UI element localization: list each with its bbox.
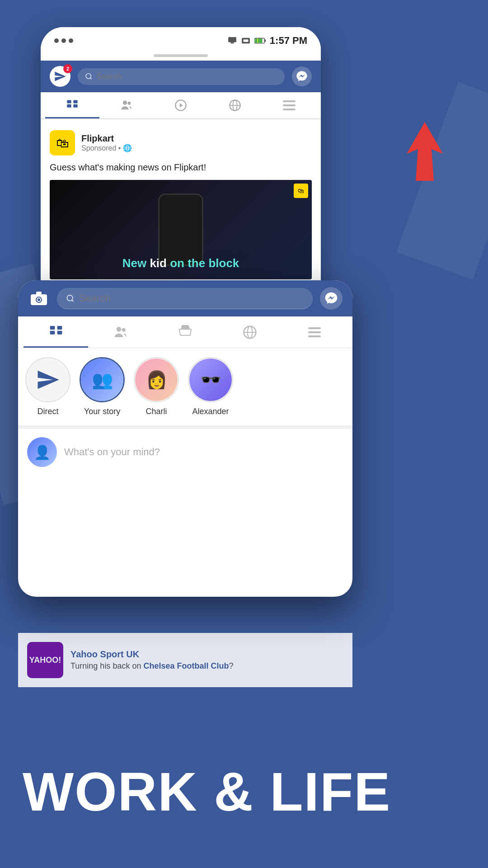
globe-icon-bg <box>229 99 241 112</box>
status-time: 1:57 PM <box>270 35 307 47</box>
nav-item-menu-bg[interactable] <box>262 92 316 118</box>
svg-rect-0 <box>228 37 236 42</box>
story-label-charli: Charli <box>145 407 167 416</box>
post-header: 🛍 Flipkart Sponsored • 🌐 <box>50 130 312 156</box>
messenger-svg-bg <box>296 70 308 83</box>
svg-marker-17 <box>180 103 183 107</box>
svg-point-33 <box>116 327 121 332</box>
nav-item-friends-fg[interactable] <box>88 316 153 348</box>
camera-svg <box>31 292 47 305</box>
camera-icon-fg[interactable] <box>28 288 50 309</box>
block-word: block <box>208 256 239 270</box>
yahoo-logo: YAHOO! <box>27 642 63 678</box>
globe-icon-fg <box>243 325 257 340</box>
nav-item-play-bg[interactable] <box>154 92 208 118</box>
yahoo-headline: Turning his back on Chelsea Football Clu… <box>70 661 233 671</box>
fb-header-bg: 2 <box>41 61 321 92</box>
status-box[interactable]: 👤 What's on your mind? <box>18 429 352 475</box>
play-icon-bg <box>174 99 187 112</box>
on-word: on the <box>170 256 208 270</box>
home-icon-fg <box>49 324 63 339</box>
status-dot-3 <box>69 38 73 43</box>
messenger-icon-fg[interactable] <box>320 287 343 310</box>
story-direct[interactable]: Direct <box>25 357 70 416</box>
story-charli[interactable]: 👩 Charli <box>134 357 179 416</box>
chelsea-highlight: Chelsea Football Club <box>143 661 229 670</box>
svg-rect-3 <box>244 39 249 42</box>
story-alexander[interactable]: 🕶️ Alexander <box>188 357 233 416</box>
fb-search-bar-fg[interactable] <box>57 288 313 309</box>
status-dot-1 <box>54 38 59 43</box>
svg-point-25 <box>38 298 40 301</box>
svg-rect-29 <box>50 326 55 330</box>
nav-bar-fg <box>18 316 352 348</box>
svg-rect-30 <box>57 326 62 330</box>
nav-item-friends-bg[interactable] <box>99 92 154 118</box>
nav-item-globe-fg[interactable] <box>218 316 282 348</box>
svg-rect-6 <box>264 39 266 42</box>
nav-item-home-bg[interactable] <box>45 92 99 118</box>
svg-rect-1 <box>230 42 234 44</box>
svg-point-8 <box>86 74 91 79</box>
svg-point-27 <box>67 295 73 301</box>
battery-icon <box>254 37 266 44</box>
your-story-avatar-face: 👥 <box>81 359 123 401</box>
globe-small-icon: 🌐 <box>123 144 132 152</box>
kid-word: kid <box>150 256 170 270</box>
fb-search-bar-bg[interactable] <box>78 68 285 85</box>
store-icon-fg <box>178 325 192 340</box>
red-arrow <box>407 122 443 176</box>
paytm-icon <box>241 37 251 44</box>
story-avatar-charli: 👩 <box>134 357 179 402</box>
bg-shape-right <box>396 82 488 279</box>
status-placeholder: What's on your mind? <box>64 446 160 458</box>
post-brand: Flipkart <box>81 133 132 144</box>
search-icon-fg <box>66 294 75 303</box>
svg-rect-32 <box>57 331 62 335</box>
story-avatar-ring: 👥 <box>80 357 125 402</box>
story-label-alexander: Alexander <box>192 407 229 416</box>
stories-section: Direct 👥 Your story 👩 Charli 🕶️ Alexande… <box>18 348 352 429</box>
search-icon-bg <box>85 72 93 80</box>
post-text: Guess what's making news on Flipkart! <box>50 161 312 174</box>
svg-marker-21 <box>407 122 443 181</box>
nav-item-home-fg[interactable] <box>23 316 88 348</box>
direct-plane-icon <box>36 368 60 392</box>
menu-icon-bg <box>283 100 296 110</box>
notch-bar <box>154 54 208 57</box>
story-avatar-alexander: 🕶️ <box>188 357 233 402</box>
svg-rect-5 <box>255 38 263 42</box>
post-meta: Flipkart Sponsored • 🌐 <box>81 133 132 152</box>
bottom-section: YAHOO! Yahoo Sport UK Turning his back o… <box>0 606 488 868</box>
user-avatar-status: 👤 <box>27 437 57 467</box>
fb-header-fg <box>18 280 352 316</box>
nav-item-store-fg[interactable] <box>153 316 217 348</box>
svg-point-34 <box>122 328 125 331</box>
yahoo-content: Yahoo Sport UK Turning his back on Chels… <box>70 649 233 671</box>
post-card: 🛍 Flipkart Sponsored • 🌐 Guess what's ma… <box>41 123 321 287</box>
svg-rect-10 <box>67 100 71 103</box>
nav-item-menu-fg[interactable] <box>282 316 347 348</box>
tv-icon <box>227 37 237 44</box>
status-dot-2 <box>61 38 66 43</box>
search-input-bg[interactable] <box>96 72 277 81</box>
nav-item-globe-bg[interactable] <box>208 92 262 118</box>
svg-rect-11 <box>73 100 77 103</box>
svg-rect-31 <box>50 331 55 335</box>
flipkart-badge-small: 🛍 <box>294 184 308 198</box>
new-word: New <box>122 256 150 270</box>
bottom-post-peek: YAHOO! Yahoo Sport UK Turning his back o… <box>18 633 352 687</box>
notch <box>41 54 321 61</box>
charli-avatar-face: 👩 <box>135 359 178 401</box>
search-input-fg[interactable] <box>79 292 304 304</box>
messenger-icon-bg[interactable] <box>292 66 312 86</box>
nav-bar-bg <box>41 92 321 119</box>
story-avatar-direct <box>25 357 70 402</box>
story-your-story[interactable]: 👥 Your story <box>80 357 125 416</box>
svg-rect-26 <box>36 292 42 295</box>
fb-logo-area: 2 <box>50 66 70 87</box>
messenger-svg-fg <box>324 291 338 306</box>
post-sponsored: Sponsored • 🌐 <box>81 144 132 152</box>
story-label-your-story: Your story <box>84 407 120 416</box>
post-image-text: New kid on the block <box>122 256 239 270</box>
